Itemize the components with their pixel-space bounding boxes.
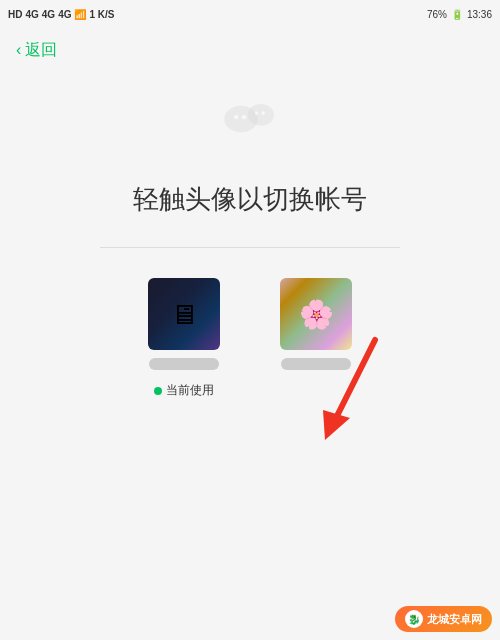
current-label: 当前使用: [166, 382, 214, 399]
switch-account-title: 轻触头像以切换帐号: [133, 182, 367, 217]
divider: [100, 247, 400, 248]
svg-point-4: [255, 111, 258, 114]
watermark: 🐉 龙城安卓网: [395, 606, 492, 632]
signal-3: 4G: [58, 9, 71, 20]
main-content: 轻触头像以切换帐号 当前使用: [0, 72, 500, 419]
svg-point-1: [234, 115, 238, 119]
back-button[interactable]: ‹ 返回: [16, 40, 57, 61]
clock: 13:36: [467, 9, 492, 20]
back-chevron-icon: ‹: [16, 41, 21, 59]
speed-indicator: 1 K/S: [89, 9, 114, 20]
signal-1: 4G: [25, 9, 38, 20]
status-left: HD 4G 4G 4G 📶 1 K/S: [8, 9, 115, 20]
wifi-icon: 📶: [74, 9, 86, 20]
wechat-logo-area: [220, 92, 280, 152]
account-name-1: [149, 358, 219, 370]
battery-percentage: 76%: [427, 9, 447, 20]
svg-line-6: [335, 340, 375, 420]
account-avatar-1[interactable]: [148, 278, 220, 350]
watermark-logo: 🐉: [405, 610, 423, 628]
svg-marker-7: [323, 410, 350, 440]
signal-2: 4G: [42, 9, 55, 20]
current-dot-icon: [154, 387, 162, 395]
svg-point-3: [248, 104, 274, 126]
watermark-text: 龙城安卓网: [427, 612, 482, 627]
account-item-1[interactable]: 当前使用: [148, 278, 220, 399]
status-bar: HD 4G 4G 4G 📶 1 K/S 76% 🔋 13:36: [0, 0, 500, 28]
wechat-logo-icon: [220, 92, 280, 152]
svg-point-2: [242, 115, 246, 119]
svg-point-5: [262, 111, 265, 114]
current-badge: 当前使用: [154, 382, 214, 399]
battery-icon: 🔋: [451, 9, 463, 20]
red-arrow-indicator: [315, 330, 395, 460]
status-right: 76% 🔋 13:36: [427, 9, 492, 20]
back-label: 返回: [25, 40, 57, 61]
hd-indicator: HD: [8, 9, 22, 20]
nav-bar: ‹ 返回: [0, 28, 500, 72]
